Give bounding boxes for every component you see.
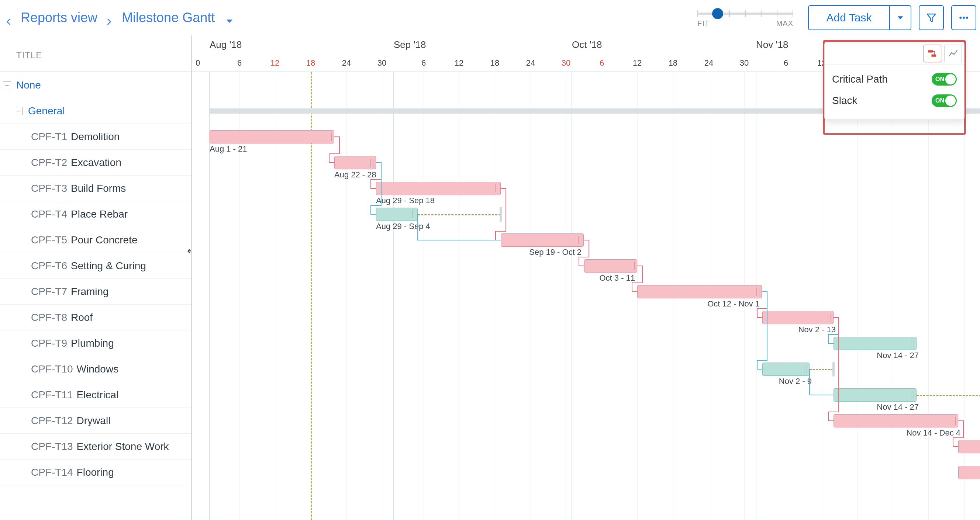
baseline-mode-icon[interactable] xyxy=(944,44,962,62)
day-label: 24 xyxy=(705,58,713,68)
task-list-panel: TITLE −None−GeneralCPF-T1DemolitionCPF-T… xyxy=(0,35,192,520)
task-row[interactable]: CPF-T12Drywall xyxy=(0,408,191,434)
gantt-bar[interactable] xyxy=(637,285,762,298)
gantt-chart[interactable]: Aug '18Sep '18Oct '18Nov '18 06121824306… xyxy=(192,35,980,520)
task-id: CPF-T2 xyxy=(31,157,67,168)
day-label: 0 xyxy=(196,58,200,68)
task-row[interactable]: CPF-T6Setting & Curing xyxy=(0,253,191,279)
svg-point-2 xyxy=(966,17,968,19)
task-id: CPF-T8 xyxy=(31,312,67,323)
gantt-bar[interactable] xyxy=(501,233,584,247)
month-label: Nov '18 xyxy=(756,39,788,51)
day-label: 18 xyxy=(306,58,315,68)
task-row[interactable]: CPF-T2Excavation xyxy=(0,150,191,176)
task-name: Roof xyxy=(71,312,92,323)
task-name: Exterior Stone Work xyxy=(77,441,169,452)
task-row[interactable]: CPF-T8Roof xyxy=(0,304,191,330)
day-label: 30 xyxy=(377,58,386,68)
task-row[interactable]: CPF-T7Framing xyxy=(0,279,191,304)
task-id: CPF-T9 xyxy=(31,338,67,349)
gantt-bar[interactable] xyxy=(376,182,501,195)
task-row[interactable]: CPF-T5Pour Concrete xyxy=(0,227,191,253)
gantt-bar[interactable] xyxy=(834,414,958,427)
gantt-bar[interactable] xyxy=(762,363,810,376)
task-id: CPF-T4 xyxy=(31,208,67,220)
filter-button[interactable] xyxy=(919,5,944,30)
task-id: CPF-T13 xyxy=(31,441,73,452)
slack-toggle[interactable]: ON xyxy=(932,94,957,107)
zoom-handle[interactable] xyxy=(712,8,723,19)
slack-line xyxy=(418,214,501,216)
critical-path-popover: Critical Path ON Slack ON xyxy=(824,42,964,120)
task-id: CPF-T3 xyxy=(31,182,67,194)
task-row[interactable]: CPF-T13Exterior Stone Work xyxy=(0,434,191,460)
task-name: Setting & Curing xyxy=(71,260,146,272)
svg-point-0 xyxy=(959,17,962,19)
critical-path-mode-icon[interactable] xyxy=(924,44,941,62)
task-name: Excavation xyxy=(71,157,121,168)
task-name: Drywall xyxy=(77,415,111,427)
add-task-button[interactable]: Add Task xyxy=(808,5,889,30)
slack-line xyxy=(810,369,834,370)
gantt-bar[interactable] xyxy=(834,388,916,402)
add-task-dropdown[interactable] xyxy=(889,5,912,30)
gantt-bar-label: Aug 29 - Sep 4 xyxy=(376,222,430,231)
critical-path-toggle[interactable]: ON xyxy=(932,73,957,86)
gantt-bar-label: Nov 2 - 9 xyxy=(779,377,812,386)
task-row[interactable]: CPF-T10Windows xyxy=(0,356,191,382)
gantt-bar[interactable] xyxy=(834,337,916,350)
view-selector-label: Milestone Gantt xyxy=(122,10,215,25)
day-label: 30 xyxy=(740,58,749,68)
gantt-bar[interactable] xyxy=(958,466,980,479)
day-label: 18 xyxy=(490,58,499,68)
zoom-slider[interactable]: FIT MAX xyxy=(697,8,793,28)
gantt-bar[interactable] xyxy=(210,130,334,143)
zoom-max-label: MAX xyxy=(776,19,793,28)
task-name: Plumbing xyxy=(71,338,114,349)
task-row[interactable]: CPF-T9Plumbing xyxy=(0,330,191,356)
task-id: CPF-T11 xyxy=(31,389,73,401)
more-menu-button[interactable] xyxy=(951,5,976,30)
back-arrow-icon[interactable] xyxy=(5,14,13,22)
day-label: 30 xyxy=(562,58,570,68)
top-toolbar: Reports view Milestone Gantt FIT MAX Add… xyxy=(0,0,980,35)
task-name: Demolition xyxy=(71,131,119,143)
task-name: Electrical xyxy=(77,389,119,401)
task-row[interactable]: CPF-T11Electrical xyxy=(0,382,191,408)
task-row[interactable]: CPF-T3Build Forms xyxy=(0,176,191,201)
gantt-bar[interactable] xyxy=(584,259,637,273)
gantt-bar[interactable] xyxy=(958,440,980,453)
day-label: 12 xyxy=(270,58,279,68)
gantt-bar[interactable] xyxy=(762,311,834,324)
task-group-row[interactable]: −None xyxy=(0,72,191,98)
day-label: 18 xyxy=(668,58,678,68)
task-id: CPF-T14 xyxy=(31,466,73,478)
gantt-bar-label: Aug 1 - 21 xyxy=(210,144,247,154)
slack-line xyxy=(916,395,980,396)
task-id: CPF-T7 xyxy=(31,286,67,298)
day-label: 24 xyxy=(342,58,351,68)
task-group-row[interactable]: −General xyxy=(0,98,191,124)
gantt-bar-label: Oct 12 - Nov 1 xyxy=(707,299,760,309)
task-row[interactable]: CPF-T4Place Rebar xyxy=(0,201,191,227)
month-label: Sep '18 xyxy=(394,39,426,51)
gantt-bar[interactable] xyxy=(334,156,376,169)
breadcrumb-link[interactable]: Reports view xyxy=(21,10,97,25)
gantt-bar[interactable] xyxy=(376,208,418,221)
gantt-bar-label: Sep 19 - Oct 2 xyxy=(529,247,582,257)
column-resize-handle[interactable]: ⇔ xyxy=(186,243,192,258)
day-label: 6 xyxy=(600,58,604,68)
gantt-bar-label: Nov 14 - 27 xyxy=(877,403,919,412)
collapse-icon[interactable]: − xyxy=(3,81,11,89)
day-label: 6 xyxy=(422,58,426,68)
collapse-icon[interactable]: − xyxy=(15,107,23,115)
task-id: CPF-T1 xyxy=(31,131,67,143)
critical-path-toggle-label: Critical Path xyxy=(832,73,888,85)
task-id: CPF-T6 xyxy=(31,260,67,272)
chevron-right-icon xyxy=(105,14,113,22)
task-name: Windows xyxy=(77,363,119,375)
view-selector[interactable]: Milestone Gantt xyxy=(122,10,234,25)
task-row[interactable]: CPF-T14Flooring xyxy=(0,460,191,485)
task-name: Place Rebar xyxy=(71,208,128,220)
task-row[interactable]: CPF-T1Demolition xyxy=(0,124,191,150)
